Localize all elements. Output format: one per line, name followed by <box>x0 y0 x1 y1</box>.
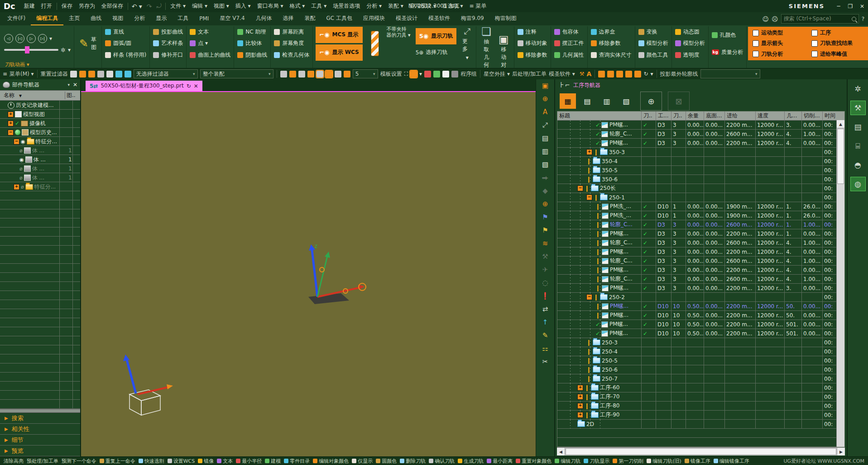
wrench-icon[interactable]: ⚒ <box>580 71 585 77</box>
status-item-文本[interactable]: 文本 <box>217 458 233 465</box>
select-toolpath-button[interactable]: 5⊕选择刀轨 <box>416 46 456 59</box>
go-end-button[interactable]: ▷| <box>38 34 47 43</box>
dropdown-icon[interactable]: ▾ <box>419 71 422 77</box>
eye-hidden-icon[interactable]: ø <box>19 175 23 181</box>
tab-视图[interactable]: 视图 <box>107 12 129 25</box>
help-icon[interactable]: ? <box>862 16 864 22</box>
op-row-14[interactable]: ❙PM螺...✓D330.00...0.00...2200 m...12000 … <box>557 247 844 257</box>
expand-icon[interactable]: + <box>577 412 583 418</box>
snap-point-icon-5[interactable] <box>326 71 332 78</box>
menu-插入[interactable]: 插入 ▾ <box>232 2 254 10</box>
snap-point-icon-7[interactable] <box>344 71 350 78</box>
blank-icon[interactable] <box>442 71 449 78</box>
panel-close-icon[interactable]: ✕ <box>73 82 77 88</box>
tab-编程工具[interactable]: 编程工具 <box>31 12 63 25</box>
dropdown-icon[interactable]: ▾ <box>49 35 52 42</box>
expand-icon[interactable]: + <box>577 385 583 391</box>
outline-projection-button[interactable]: 投影最外轮廓线 <box>660 70 698 78</box>
op-row-22[interactable]: ✓PM螺...✓D10100.50...0.00...2200 m...1200… <box>557 320 844 329</box>
mill-icon[interactable]: ◆ <box>540 186 551 196</box>
status-item-生成刀轨[interactable]: 生成刀轨 <box>458 458 484 465</box>
status-item-设置WCS[interactable]: 设置WCS <box>168 458 195 465</box>
tab-几何体[interactable]: 几何体 <box>250 12 278 25</box>
panel-menu-icon[interactable]: ▾ <box>67 82 70 87</box>
device-icon[interactable]: ◓ <box>851 158 865 172</box>
status-item-镜像[interactable]: 镜像 <box>198 458 214 465</box>
step-back-button[interactable]: ◁ <box>4 34 13 43</box>
op-row-26[interactable]: ❙250-500: <box>557 356 844 365</box>
tab-模圣软件[interactable]: 模圣软件 <box>423 12 456 25</box>
sketch-icon[interactable]: ✂ <box>540 357 551 367</box>
status-item-最小半径[interactable]: 最小半径 <box>236 458 262 465</box>
workpiece-icon[interactable] <box>410 71 417 78</box>
program-group-button[interactable]: 程序组 <box>460 70 477 78</box>
redo-icon[interactable]: ↷ <box>144 3 154 10</box>
tab-选择[interactable]: 选择 <box>278 12 299 25</box>
menu-菜单[interactable]: ≡ 菜单 <box>466 2 490 10</box>
status-item-圆颜色[interactable]: 圆颜色 <box>376 458 397 465</box>
status-item-刀轨显示[interactable]: 刀轨显示 <box>584 458 609 465</box>
op-row-0[interactable]: ✓PM螺...✓D330.00...0.00...2200 m...12000 … <box>557 121 844 130</box>
drill-add-icon[interactable]: ⊕ <box>540 199 551 209</box>
section-细节[interactable]: ▶细节 <box>0 435 80 446</box>
op-column-5[interactable]: 底面... <box>704 111 725 120</box>
animation-group-caption[interactable]: 刀轨动画▾ <box>2 61 72 68</box>
tree-row-7[interactable]: ø体 ...1 <box>0 164 80 173</box>
op-row-17[interactable]: ❙轮廓_C...✓D330.00...0.00...2600 m...12000… <box>557 275 844 284</box>
circle-icon[interactable]: ◌ <box>540 278 551 288</box>
op-column-3[interactable]: 刀.. <box>671 111 686 120</box>
ribbon-button-动态圆[interactable]: 动态圆 <box>675 27 705 38</box>
op-row-29[interactable]: +❙工序-6000: <box>557 383 844 392</box>
tab-分析[interactable]: 分析 <box>129 12 150 25</box>
status-item-重复上一命令[interactable]: 重复上一命令 <box>100 458 135 465</box>
menu-item-0[interactable]: 新建 <box>21 2 38 10</box>
ribbon-button-几何属性[interactable]: 几何属性 <box>554 49 584 60</box>
op-row-21[interactable]: ❙PM螺...✓D10100.50...0.00...2200 m...1200… <box>557 311 844 320</box>
status-item-最小距离[interactable]: 最小距离 <box>487 458 513 465</box>
command-search-input[interactable]: 搜索 (Ctrl+Space) <box>781 14 859 24</box>
op-row-11[interactable]: ❙轮廓_C...✓D330.00...0.00...2600 m...12000… <box>557 220 844 229</box>
op-row-27[interactable]: ❙250-600: <box>557 365 844 374</box>
scrollbar-thumb[interactable] <box>837 129 844 184</box>
status-item-快速选割[interactable]: 快速选割 <box>139 458 164 465</box>
tab-显示[interactable]: 显示 <box>150 12 172 25</box>
dropdown-icon[interactable]: ▾ <box>68 47 71 53</box>
ribbon-button-NC 助理[interactable]: NC 助理 <box>237 27 267 38</box>
feedback-positive-icon[interactable]: ☺ <box>762 15 769 23</box>
expand-icon[interactable]: − <box>577 185 583 191</box>
status-item-建模[interactable]: 建模 <box>265 458 281 465</box>
snap-point-icon-4[interactable] <box>317 71 323 78</box>
text-tool-icon[interactable]: A <box>587 70 592 78</box>
measure-icon[interactable]: ✎ <box>540 330 551 340</box>
expand-icon[interactable]: + <box>14 184 19 190</box>
op-row-30[interactable]: +❙工序-7000: <box>557 392 844 402</box>
op-row-6[interactable]: ❙350-600: <box>557 175 844 184</box>
brush2-icon[interactable] <box>433 71 440 78</box>
tab-曲线[interactable]: 曲线 <box>85 12 107 25</box>
ribbon-button-包容体[interactable]: 包容体 <box>554 27 584 38</box>
status-item-删除刀轨[interactable]: 删除刀轨 <box>400 458 426 465</box>
point-filter-icon[interactable] <box>125 71 131 78</box>
panel-button-显示箭头[interactable]: 显示箭头 <box>750 39 809 48</box>
op-column-0[interactable]: 标题 <box>557 111 642 120</box>
play-button[interactable]: ▷ <box>27 34 36 43</box>
empty-select[interactable]: ▾ <box>700 69 760 78</box>
tab-主页[interactable]: 主页 <box>63 12 85 25</box>
op-row-4[interactable]: ❙350-400: <box>557 157 844 166</box>
op-column-8[interactable]: 几... <box>785 111 802 120</box>
tree-row-8[interactable]: ø体 ...1 <box>0 173 80 182</box>
tree-row-0[interactable]: 历史记录建模... <box>0 101 80 110</box>
plane-icon[interactable]: ✈ <box>540 265 551 275</box>
panel-button-工序[interactable]: 工序 <box>809 28 868 38</box>
eye-hidden-icon[interactable]: ø <box>19 166 23 172</box>
close-button[interactable]: ✕ <box>856 3 868 10</box>
menu-场景首选项[interactable]: 场景首选项 <box>330 2 363 10</box>
ribbon-button-屏幕角度[interactable]: 屏幕角度 <box>274 38 309 49</box>
dropdown-icon[interactable]: ▾ <box>650 71 653 77</box>
scroll-left-icon[interactable]: ◀ <box>557 448 565 455</box>
layer-settings-icon[interactable]: ▤ <box>540 133 551 143</box>
menu-应用模块[interactable]: 应用模块 ▾ <box>407 2 439 10</box>
menu-item-4[interactable]: 全部保存 <box>98 2 126 10</box>
selection-scope-select[interactable]: 整个装配▾ <box>200 69 273 78</box>
flags-wrench-icon[interactable]: ⚑ <box>540 225 551 235</box>
